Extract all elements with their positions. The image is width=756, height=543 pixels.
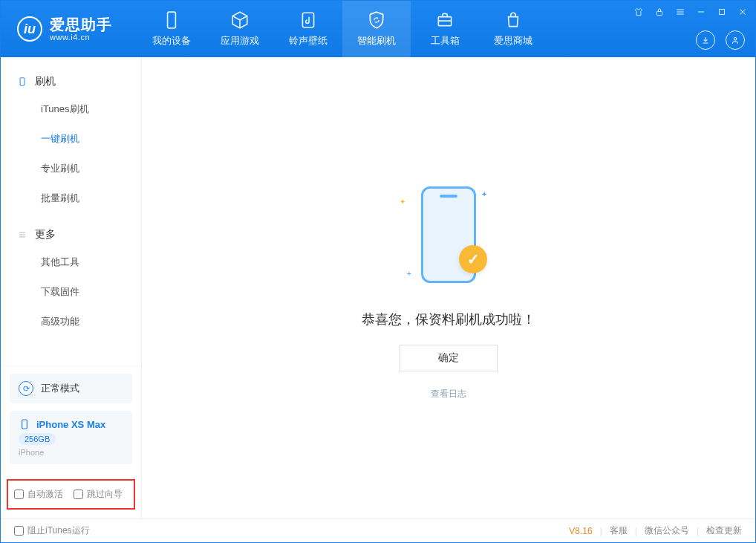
toolbox-icon — [435, 10, 454, 30]
wechat-link[interactable]: 微信公众号 — [645, 524, 689, 537]
shield-refresh-icon — [367, 10, 386, 30]
sidebar: 刷机 iTunes刷机 一键刷机 专业刷机 批量刷机 更多 其他工具 下载固件 … — [1, 57, 142, 518]
svg-rect-6 — [20, 78, 25, 86]
bag-icon — [504, 10, 523, 30]
header-actions — [696, 30, 745, 50]
cube-icon — [230, 10, 250, 30]
success-graphic: ✦ ✦ + ✓ — [389, 175, 508, 294]
sidebar-item-advanced[interactable]: 高级功能 — [1, 307, 141, 336]
update-link[interactable]: 检查更新 — [706, 524, 742, 537]
checkbox-auto-activate[interactable]: 自动激活 — [14, 488, 63, 501]
tab-toolbox-label: 工具箱 — [431, 34, 460, 48]
checkbox-skip-guide-label: 跳过向导 — [87, 488, 123, 501]
svg-rect-4 — [720, 10, 725, 15]
ok-button[interactable]: 确定 — [400, 345, 498, 371]
sparkle-icon: ✦ — [400, 198, 405, 206]
tab-device[interactable]: 我的设备 — [137, 1, 206, 57]
svg-rect-1 — [302, 13, 313, 27]
sparkle-icon: ✦ — [481, 190, 487, 198]
app-subtitle: www.i4.cn — [50, 33, 112, 42]
tab-store[interactable]: 爱思商城 — [479, 1, 547, 57]
user-button[interactable] — [726, 30, 745, 50]
sidebar-group-more-label: 更多 — [35, 228, 56, 241]
logo: iu 爱思助手 www.i4.cn — [1, 1, 128, 57]
app-title: 爱思助手 — [50, 16, 112, 33]
device-name: iPhone XS Max — [36, 419, 105, 430]
menu-icon[interactable] — [674, 5, 687, 19]
sparkle-icon: + — [407, 270, 411, 278]
checkbox-skip-guide-input[interactable] — [74, 490, 83, 499]
mode-icon: ⟳ — [19, 381, 33, 396]
window-controls — [632, 5, 749, 19]
checkbox-auto-activate-input[interactable] — [14, 490, 24, 499]
list-icon — [17, 230, 27, 240]
sidebar-group-more: 更多 — [1, 222, 141, 247]
main-tabs: 我的设备 应用游戏 铃声壁纸 智能刷机 工具箱 爱思商城 — [137, 1, 547, 57]
tab-ringtone[interactable]: 铃声壁纸 — [274, 1, 342, 57]
sidebar-item-other[interactable]: 其他工具 — [1, 247, 141, 277]
device-card[interactable]: iPhone XS Max 256GB iPhone — [10, 411, 132, 464]
sidebar-group-flash: 刷机 — [1, 69, 141, 94]
check-badge-icon: ✓ — [459, 245, 487, 273]
checkbox-skip-guide[interactable]: 跳过向导 — [74, 488, 123, 501]
svg-point-5 — [734, 38, 737, 41]
sidebar-item-itunes[interactable]: iTunes刷机 — [1, 94, 141, 124]
tab-apps-label: 应用游戏 — [221, 34, 259, 48]
checkbox-block-itunes-label: 阻止iTunes运行 — [27, 524, 90, 537]
checkbox-block-itunes[interactable]: 阻止iTunes运行 — [14, 524, 90, 537]
sidebar-item-firmware[interactable]: 下载固件 — [1, 277, 141, 307]
svg-rect-0 — [168, 12, 176, 28]
titlebar: iu 爱思助手 www.i4.cn 我的设备 应用游戏 铃声壁纸 智能刷机 — [1, 1, 755, 57]
sidebar-item-onekey[interactable]: 一键刷机 — [1, 124, 141, 154]
music-file-icon — [299, 10, 318, 30]
device-storage-badge: 256GB — [19, 433, 56, 445]
device-phone-icon — [19, 418, 30, 430]
tab-ringtone-label: 铃声壁纸 — [289, 34, 328, 48]
svg-rect-3 — [657, 11, 662, 15]
view-log-link[interactable]: 查看日志 — [431, 388, 466, 400]
close-icon[interactable] — [736, 5, 749, 19]
tab-flash[interactable]: 智能刷机 — [342, 1, 411, 57]
body: 刷机 iTunes刷机 一键刷机 专业刷机 批量刷机 更多 其他工具 下载固件 … — [1, 57, 755, 518]
minimize-icon[interactable] — [694, 5, 708, 19]
shirt-icon[interactable] — [632, 5, 645, 19]
device-icon — [162, 10, 181, 30]
flash-options-highlight: 自动激活 跳过向导 — [7, 479, 135, 510]
tab-device-label: 我的设备 — [152, 34, 191, 48]
sidebar-bottom: ⟳ 正常模式 iPhone XS Max 256GB iPhone — [1, 365, 141, 475]
tab-store-label: 爱思商城 — [494, 34, 532, 48]
sidebar-item-pro[interactable]: 专业刷机 — [1, 154, 141, 183]
svg-rect-7 — [22, 420, 27, 429]
checkbox-auto-activate-label: 自动激活 — [27, 488, 63, 501]
tab-apps[interactable]: 应用游戏 — [206, 1, 274, 57]
content: ✦ ✦ + ✓ 恭喜您，保资料刷机成功啦！ 确定 查看日志 — [142, 57, 755, 518]
logo-icon: iu — [17, 16, 42, 42]
mode-card[interactable]: ⟳ 正常模式 — [10, 374, 132, 403]
footer: 阻止iTunes运行 V8.16 | 客服 | 微信公众号 | 检查更新 — [1, 518, 755, 542]
lock-icon[interactable] — [653, 5, 666, 19]
support-link[interactable]: 客服 — [610, 524, 628, 537]
checkbox-block-itunes-input[interactable] — [14, 526, 24, 536]
maximize-icon[interactable] — [715, 5, 729, 19]
phone-icon — [17, 77, 27, 87]
sidebar-group-flash-label: 刷机 — [35, 75, 56, 88]
tab-flash-label: 智能刷机 — [357, 34, 396, 48]
version-label: V8.16 — [569, 526, 592, 536]
sidebar-item-batch[interactable]: 批量刷机 — [1, 183, 141, 213]
device-type: iPhone — [19, 448, 123, 457]
download-button[interactable] — [696, 30, 715, 50]
tab-toolbox[interactable]: 工具箱 — [411, 1, 479, 57]
app-window: iu 爱思助手 www.i4.cn 我的设备 应用游戏 铃声壁纸 智能刷机 — [0, 0, 756, 543]
success-title: 恭喜您，保资料刷机成功啦！ — [362, 310, 535, 328]
footer-right: V8.16 | 客服 | 微信公众号 | 检查更新 — [569, 524, 742, 537]
mode-label: 正常模式 — [41, 382, 79, 395]
